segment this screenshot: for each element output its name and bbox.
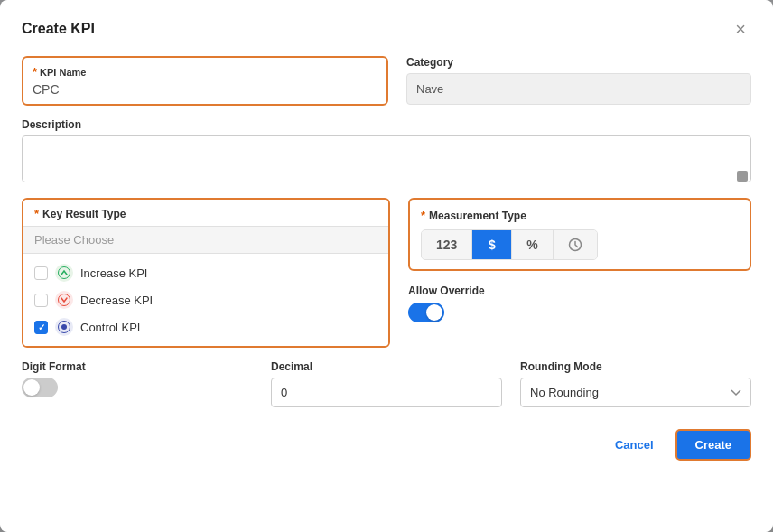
description-textarea[interactable] [22,135,751,182]
measurement-column: * Measurement Type 123 $ % [408,198,751,348]
toggle-knob [426,304,442,321]
kpi-option-decrease[interactable]: Decrease KPI [34,286,377,313]
meas-btn-percent[interactable]: % [512,230,553,259]
kpi-option-control[interactable]: Control KPI [34,313,377,341]
digit-format-toggle-knob [23,379,40,396]
row-key-measurement: * Key Result Type Please Choose [22,198,751,348]
meas-btn-time[interactable] [554,230,597,259]
measurement-type-box: * Measurement Type 123 $ % [408,198,751,271]
decrease-kpi-label: Decrease KPI [80,294,153,307]
modal-footer: Cancel Create [22,422,751,461]
checkbox-increase[interactable] [34,266,48,280]
measurement-type-label: * Measurement Type [421,209,739,222]
kpi-options-list: Increase KPI Decrease KPI [23,254,388,346]
allow-override-toggle[interactable] [408,303,444,322]
category-input [406,73,751,105]
row-kpi-category: * KPI Name Category [22,56,751,106]
increase-icon [55,264,73,282]
measurement-buttons-group: 123 $ % [421,229,598,260]
decimal-group: Decimal [271,360,502,407]
please-choose: Please Choose [23,226,388,254]
checkbox-decrease[interactable] [34,294,48,307]
required-star-krt: * [34,207,39,220]
category-group: Category [406,56,751,106]
description-group: Description [22,118,751,185]
cancel-button[interactable]: Cancel [604,431,665,459]
row-digit-decimal-rounding: Digit Format Decimal Rounding Mode No Ro… [22,360,751,407]
control-kpi-label: Control KPI [80,321,140,334]
kpi-name-label: * KPI Name [33,65,377,79]
increase-kpi-label: Increase KPI [80,266,147,280]
digit-format-label: Digit Format [22,360,253,373]
key-result-header: * Key Result Type [23,200,388,226]
description-wrapper [22,135,751,185]
digit-format-toggle[interactable] [22,378,58,397]
modal-header: Create KPI × [22,18,751,40]
decrease-icon [55,291,73,309]
key-result-type-group: * Key Result Type Please Choose [22,198,390,348]
required-star-kpi: * [33,65,37,79]
allow-override-section: Allow Override [408,285,751,322]
checkbox-control[interactable] [34,321,48,334]
digit-format-group: Digit Format [22,360,253,407]
rounding-mode-label: Rounding Mode [520,360,751,373]
decimal-label: Decimal [271,360,502,373]
control-icon [55,318,73,336]
meas-btn-number[interactable]: 123 [422,230,472,259]
svg-point-0 [59,267,70,279]
decimal-input[interactable] [271,378,502,407]
svg-point-1 [59,294,70,306]
kpi-name-group: * KPI Name [22,56,388,106]
modal-overlay: Create KPI × * KPI Name Category Descrip… [0,0,773,532]
create-kpi-modal: Create KPI × * KPI Name Category Descrip… [0,0,773,532]
create-button[interactable]: Create [675,429,751,461]
svg-point-3 [61,324,67,330]
resize-handle[interactable] [737,171,748,182]
modal-title: Create KPI [22,21,95,37]
category-label: Category [406,56,751,69]
required-star-mt: * [421,209,425,222]
kpi-option-increase[interactable]: Increase KPI [34,259,377,286]
allow-override-label: Allow Override [408,285,751,297]
rounding-mode-group: Rounding Mode No Rounding Round Up Round… [520,360,751,407]
close-button[interactable]: × [730,18,751,40]
description-label: Description [22,118,751,131]
rounding-mode-select[interactable]: No Rounding Round Up Round Down Round Ha… [520,378,751,407]
key-result-label: * Key Result Type [34,207,377,220]
meas-btn-dollar[interactable]: $ [472,230,512,259]
kpi-name-input[interactable] [33,82,377,97]
